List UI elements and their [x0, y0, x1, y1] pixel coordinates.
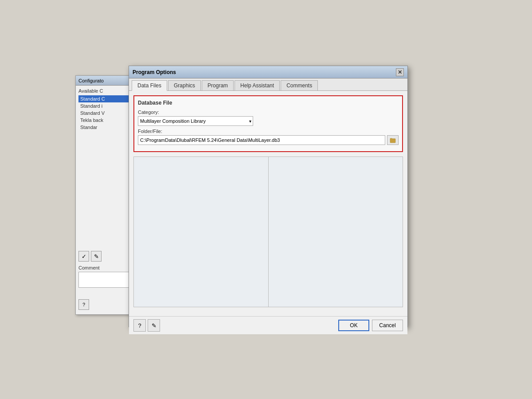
left-panel: [134, 157, 269, 307]
tab-program[interactable]: Program: [202, 80, 234, 90]
right-panel: [269, 157, 403, 307]
bottom-left-buttons: ? ✎: [133, 319, 160, 332]
folder-file-row: [138, 135, 399, 145]
tab-data-files[interactable]: Data Files: [132, 80, 167, 91]
dialog-titlebar: Program Options ✕: [129, 66, 407, 78]
category-row: Category: Multilayer Composition Library…: [138, 110, 399, 126]
program-options-dialog: Program Options ✕ Data Files Graphics Pr…: [129, 66, 408, 327]
checkmark-button[interactable]: ✓: [78, 251, 89, 262]
svg-rect-0: [390, 139, 395, 143]
bg-help-button[interactable]: ?: [78, 299, 89, 310]
category-dropdown-wrapper: Multilayer Composition Library ▾: [138, 116, 253, 126]
cancel-button[interactable]: Cancel: [372, 320, 403, 331]
tab-graphics[interactable]: Graphics: [168, 80, 201, 90]
folder-input[interactable]: [138, 135, 385, 145]
database-file-group: Database File Category: Multilayer Compo…: [133, 95, 403, 152]
edit-action-button[interactable]: ✎: [148, 319, 160, 332]
category-dropdown[interactable]: Multilayer Composition Library: [138, 116, 253, 126]
help-button[interactable]: ?: [133, 319, 146, 332]
tab-help-assistant[interactable]: Help Assistant: [235, 80, 280, 90]
close-button[interactable]: ✕: [396, 68, 404, 76]
db-group-title: Database File: [138, 100, 399, 106]
panels-area: [133, 156, 403, 307]
folder-icon: [390, 137, 396, 143]
ok-button[interactable]: OK: [338, 320, 369, 331]
bottom-row: ? ✎ OK Cancel: [129, 316, 407, 334]
folder-label: Folder/File:: [138, 129, 399, 134]
browse-button[interactable]: [387, 135, 399, 145]
dialog-title: Program Options: [133, 69, 176, 75]
category-label: Category:: [138, 110, 399, 115]
bg-window-title: Configurato: [78, 78, 104, 83]
folder-row: Folder/File:: [138, 129, 399, 145]
tab-comments[interactable]: Comments: [281, 80, 318, 90]
edit-button[interactable]: ✎: [91, 251, 102, 262]
dialog-body: Database File Category: Multilayer Compo…: [129, 91, 407, 316]
bottom-right-buttons: OK Cancel: [338, 320, 403, 331]
tab-bar: Data Files Graphics Program Help Assista…: [129, 78, 407, 91]
